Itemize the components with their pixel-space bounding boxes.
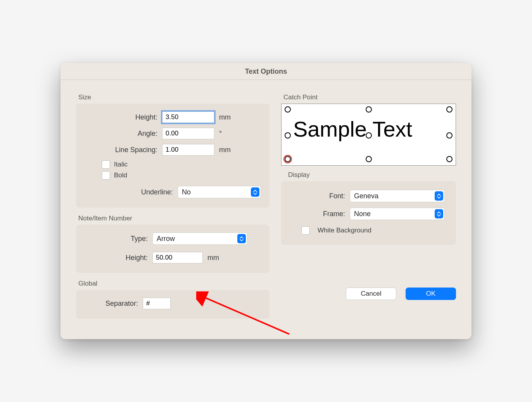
height-input[interactable] bbox=[162, 111, 214, 123]
catch-point-top-left[interactable] bbox=[285, 106, 291, 113]
catch-point-top-right[interactable] bbox=[446, 106, 453, 113]
catch-point-top-center[interactable] bbox=[366, 106, 372, 113]
chevron-up-down-icon bbox=[435, 191, 443, 201]
height-label: Height: bbox=[85, 113, 162, 121]
catch-point-bottom-left[interactable] bbox=[285, 156, 291, 162]
underline-select[interactable]: No bbox=[178, 186, 261, 198]
size-group-label: Size bbox=[76, 94, 269, 101]
dialog-title: Text Options bbox=[60, 63, 472, 80]
line-spacing-label: Line Spacing: bbox=[85, 146, 162, 154]
catch-point-label: Catch Point bbox=[281, 94, 456, 101]
note-height-label: Height: bbox=[85, 254, 152, 262]
catch-point-middle-left[interactable] bbox=[285, 132, 291, 139]
line-spacing-input[interactable] bbox=[162, 144, 214, 156]
angle-input[interactable] bbox=[162, 128, 214, 139]
angle-unit: ° bbox=[219, 130, 233, 138]
left-column: Size Height: mm Angle: ° Line Spacing: m… bbox=[76, 94, 269, 326]
display-group-label: Display bbox=[281, 171, 456, 179]
catch-point-middle-right[interactable] bbox=[446, 132, 453, 139]
italic-checkbox[interactable] bbox=[102, 160, 110, 169]
note-group-label: Note/Item Number bbox=[76, 215, 269, 222]
note-type-select[interactable]: Arrow bbox=[152, 232, 247, 245]
font-label: Font: bbox=[290, 192, 350, 200]
angle-label: Angle: bbox=[85, 130, 162, 138]
note-height-input[interactable] bbox=[152, 252, 203, 263]
global-group-label: Global bbox=[76, 280, 269, 288]
global-group: Separator: bbox=[76, 290, 269, 319]
height-unit: mm bbox=[219, 113, 233, 121]
dialog-footer: Cancel OK bbox=[281, 288, 456, 300]
separator-input[interactable] bbox=[143, 298, 171, 309]
chevron-up-down-icon bbox=[251, 187, 259, 197]
note-group: Type: Arrow Height: mm bbox=[76, 225, 269, 273]
catch-point-bottom-center[interactable] bbox=[366, 156, 372, 162]
frame-label: Frame: bbox=[290, 210, 350, 218]
bold-label: Bold bbox=[114, 172, 127, 179]
chevron-up-down-icon bbox=[237, 234, 246, 243]
underline-label: Underline: bbox=[85, 188, 178, 196]
chevron-up-down-icon bbox=[435, 209, 443, 218]
size-group: Height: mm Angle: ° Line Spacing: mm Ita… bbox=[76, 104, 269, 208]
note-height-unit: mm bbox=[207, 254, 221, 262]
right-column: Catch Point Sample Text Display Font: Ge… bbox=[281, 94, 456, 326]
frame-select[interactable]: None bbox=[350, 208, 445, 220]
font-select[interactable]: Geneva bbox=[350, 190, 445, 202]
catch-point-bottom-right[interactable] bbox=[446, 156, 453, 162]
note-type-label: Type: bbox=[85, 235, 152, 243]
underline-value: No bbox=[182, 188, 251, 196]
sample-text: Sample Text bbox=[293, 118, 412, 140]
note-type-value: Arrow bbox=[157, 235, 237, 243]
separator-label: Separator: bbox=[85, 300, 143, 308]
ok-button[interactable]: OK bbox=[406, 288, 456, 300]
catch-point-area: Sample Text bbox=[281, 104, 456, 166]
display-group: Font: Geneva Frame: None bbox=[281, 181, 456, 245]
italic-label: Italic bbox=[114, 161, 128, 168]
font-value: Geneva bbox=[354, 192, 435, 200]
cancel-button[interactable]: Cancel bbox=[346, 288, 396, 300]
white-background-label: White Background bbox=[318, 227, 371, 234]
line-spacing-unit: mm bbox=[219, 146, 233, 154]
white-background-checkbox[interactable] bbox=[301, 226, 310, 235]
frame-value: None bbox=[354, 210, 435, 218]
bold-checkbox[interactable] bbox=[102, 171, 110, 180]
catch-point-middle-center[interactable] bbox=[366, 132, 372, 139]
text-options-dialog: Text Options Size Height: mm Angle: ° Li… bbox=[60, 63, 472, 339]
